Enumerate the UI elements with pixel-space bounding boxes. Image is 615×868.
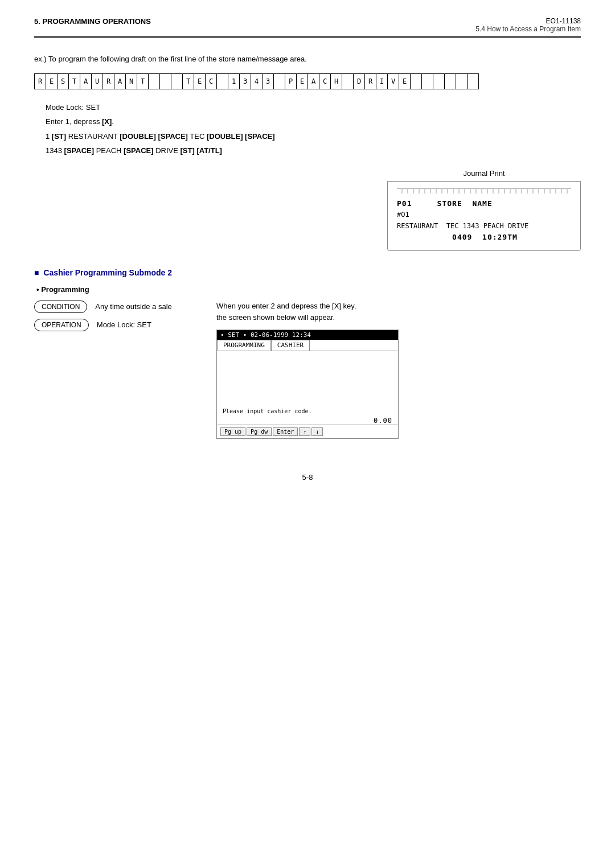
- screen-box: • SET • 02-06-1999 12:34 PROGRAMMING CAS…: [216, 330, 399, 439]
- char-cell: [217, 73, 228, 89]
- operation-text: Mode Lock: SET: [97, 320, 151, 329]
- char-cell: D: [354, 73, 365, 89]
- char-cell: 1: [228, 73, 240, 89]
- operation-row: OPERATION Mode Lock: SET: [34, 319, 182, 331]
- screen-topbar: • SET • 02-06-1999 12:34: [217, 330, 398, 340]
- char-cell: [433, 73, 445, 89]
- char-cell: [171, 73, 183, 89]
- journal-container: Journal Print P01 STORE NAME#O1RESTAURAN…: [387, 169, 581, 251]
- char-cell: T: [137, 73, 149, 89]
- char-cell: P: [285, 73, 297, 89]
- char-cell: [445, 73, 456, 89]
- char-cell: S: [58, 73, 69, 89]
- programming-bullet: Programming: [34, 285, 581, 294]
- screen-footer-text: Please input cashier code.: [217, 408, 398, 414]
- char-cell: R: [365, 73, 376, 89]
- instruction-line: 1343 [SPACE] PEACH [SPACE] DRIVE [ST] [A…: [46, 144, 581, 157]
- journal-box: P01 STORE NAME#O1RESTAURANT TEC 1343 PEA…: [387, 181, 581, 251]
- char-cell: E: [46, 73, 58, 89]
- char-cell: 4: [251, 73, 263, 89]
- nav-button[interactable]: ↑: [299, 427, 310, 436]
- char-cell: [422, 73, 433, 89]
- char-cell: E: [194, 73, 206, 89]
- instruction-line: Enter 1, depress [X].: [46, 115, 581, 128]
- char-cell: [456, 73, 468, 89]
- char-cell: 3: [263, 73, 274, 89]
- char-cell: V: [388, 73, 399, 89]
- operation-pill: OPERATION: [34, 319, 89, 331]
- page-number: 5-8: [34, 473, 581, 482]
- char-cell: A: [80, 73, 92, 89]
- instruction-line: 1 [ST] RESTAURANT [DOUBLE] [SPACE] TEC […: [46, 130, 581, 143]
- char-cell: R: [103, 73, 114, 89]
- page-header: 5. PROGRAMMING OPERATIONS EO1-11138 5.4 …: [34, 17, 581, 38]
- char-cell: [468, 73, 479, 89]
- char-cell: H: [331, 73, 342, 89]
- left-conditions: CONDITION Any time outside a sale OPERAT…: [34, 301, 182, 337]
- section-title-header: 5. PROGRAMMING OPERATIONS: [34, 17, 151, 26]
- char-cell: [342, 73, 354, 89]
- nav-button[interactable]: Pg dw: [247, 427, 272, 436]
- char-cell: N: [126, 73, 137, 89]
- screen-body: [217, 351, 398, 408]
- instructions-block: Mode Lock: SETEnter 1, depress [X].1 [ST…: [46, 101, 581, 158]
- tab-programming[interactable]: PROGRAMMING: [217, 340, 271, 351]
- char-cell: T: [69, 73, 80, 89]
- char-cell: I: [376, 73, 388, 89]
- right-desc: When you enter 2 and depress the [X] key…: [216, 301, 581, 324]
- condition-pill: CONDITION: [34, 301, 87, 313]
- char-cell: R: [35, 73, 46, 89]
- char-cell: [274, 73, 285, 89]
- cashier-section-title: Cashier Programming Submode 2: [34, 268, 581, 277]
- condition-operation-area: CONDITION Any time outside a sale OPERAT…: [34, 301, 581, 439]
- example-intro: ex.) To program the following draft on t…: [34, 55, 581, 63]
- right-screen-area: When you enter 2 and depress the [X] key…: [216, 301, 581, 439]
- char-cell: U: [92, 73, 103, 89]
- condition-row: CONDITION Any time outside a sale: [34, 301, 182, 313]
- nav-button[interactable]: Enter: [273, 427, 298, 436]
- screen-nav-buttons: Pg upPg dwEnter↑↓: [217, 425, 398, 438]
- screen-tabs: PROGRAMMING CASHIER: [217, 340, 398, 351]
- doc-number: EO1-11138 5.4 How to Access a Program It…: [475, 17, 581, 33]
- nav-button[interactable]: ↓: [311, 427, 323, 436]
- tab-cashier[interactable]: CASHIER: [271, 340, 310, 351]
- char-cell: A: [308, 73, 319, 89]
- journal-section: Journal Print P01 STORE NAME#O1RESTAURAN…: [34, 169, 581, 251]
- char-cell: [149, 73, 160, 89]
- instruction-line: Mode Lock: SET: [46, 101, 581, 114]
- journal-line: RESTAURANT TEC 1343 PEACH DRIVE: [397, 221, 571, 232]
- char-cell: E: [399, 73, 411, 89]
- journal-line: P01 STORE NAME: [397, 198, 571, 210]
- condition-text: Any time outside a sale: [95, 302, 171, 311]
- char-cell: [160, 73, 171, 89]
- char-cell: T: [183, 73, 194, 89]
- char-cell: A: [114, 73, 126, 89]
- char-cell: E: [297, 73, 308, 89]
- journal-line: 0409 10:29TM: [397, 232, 571, 244]
- char-cell: [411, 73, 422, 89]
- char-cell: 3: [240, 73, 251, 89]
- char-grid: RESTAURANT TEC 1343 PEACH DRIVE: [34, 73, 479, 89]
- nav-button[interactable]: Pg up: [220, 427, 245, 436]
- char-cell: C: [206, 73, 217, 89]
- char-cell: C: [319, 73, 331, 89]
- journal-line: #O1: [397, 209, 571, 220]
- journal-label: Journal Print: [387, 169, 581, 178]
- screen-amount: 0.00: [217, 417, 398, 425]
